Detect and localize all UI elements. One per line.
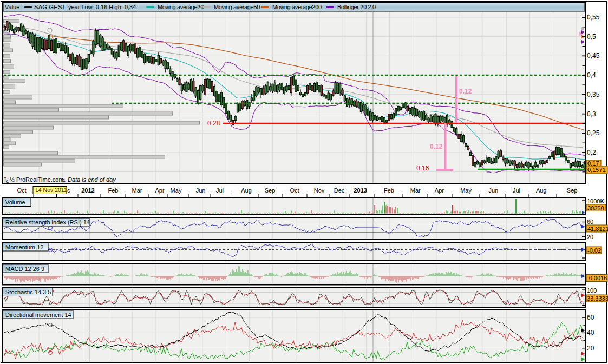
svg-text:May: May — [171, 187, 182, 194]
svg-text:0,2: 0,2 — [587, 149, 596, 156]
svg-text:year Low: 0,16 High: 0,34: year Low: 0,16 High: 0,34 — [68, 4, 136, 10]
svg-text:Jul: Jul — [216, 187, 224, 194]
svg-text:Moving average50: Moving average50 — [214, 4, 260, 10]
svg-text:0.12: 0.12 — [459, 88, 472, 95]
svg-text:20: 20 — [587, 234, 593, 240]
svg-text:Jun: Jun — [196, 187, 206, 194]
svg-text:Oct: Oct — [290, 187, 299, 194]
svg-text:0.16: 0.16 — [416, 164, 429, 172]
svg-text:0.12: 0.12 — [430, 143, 443, 150]
svg-text:1000K: 1000K — [587, 198, 604, 204]
svg-text:Stochastic 14 3 5: Stochastic 14 3 5 — [5, 289, 51, 295]
svg-text:c: c — [67, 187, 70, 194]
svg-text:40: 40 — [587, 329, 594, 336]
svg-text:30250: 30250 — [587, 205, 604, 211]
svg-text:0,45: 0,45 — [587, 52, 600, 59]
svg-text:MACD 12 26 9: MACD 12 26 9 — [5, 266, 44, 272]
svg-text:Oct: Oct — [17, 187, 26, 194]
svg-text:Directional movement 14: Directional movement 14 — [5, 312, 71, 318]
svg-text:SAG GEST: SAG GEST — [34, 4, 66, 10]
svg-text:Bollinger 20 2.0: Bollinger 20 2.0 — [337, 4, 376, 10]
svg-text:Momentum 12: Momentum 12 — [5, 244, 43, 250]
svg-text:Feb: Feb — [108, 187, 119, 194]
svg-text:0,1571: 0,1571 — [587, 167, 606, 173]
svg-text:Aug: Aug — [241, 187, 252, 194]
svg-text:33,3333: 33,3333 — [587, 295, 608, 302]
svg-text:Moving average200: Moving average200 — [272, 4, 322, 10]
svg-text:-0,0016: -0,0016 — [587, 275, 607, 281]
svg-text:41,8121: 41,8121 — [587, 226, 608, 232]
svg-text:14 Nov 2011: 14 Nov 2011 — [35, 187, 67, 193]
svg-text:Feb: Feb — [384, 187, 394, 194]
svg-text:Data is end of day: Data is end of day — [68, 176, 116, 183]
svg-text:0.28: 0.28 — [207, 120, 220, 127]
svg-text:60: 60 — [587, 219, 593, 225]
svg-text:0,35: 0,35 — [587, 91, 600, 98]
svg-text:Apr: Apr — [435, 187, 444, 194]
svg-text:Nov: Nov — [314, 187, 325, 194]
svg-text:Jun: Jun — [488, 187, 498, 194]
svg-text:0,25: 0,25 — [587, 129, 600, 137]
svg-text:Volume: Volume — [5, 199, 25, 206]
svg-text:Dec: Dec — [334, 187, 345, 194]
svg-text:2012: 2012 — [81, 187, 94, 194]
svg-text:20: 20 — [587, 345, 594, 352]
svg-text:Aug: Aug — [536, 187, 547, 194]
svg-text:Value: Value — [5, 4, 19, 10]
svg-text:Jul: Jul — [513, 187, 520, 194]
svg-text:0,55: 0,55 — [587, 14, 600, 21]
svg-text:0,17: 0,17 — [587, 160, 599, 167]
svg-text:2013: 2013 — [354, 187, 367, 194]
svg-text:-0,02: -0,02 — [587, 247, 601, 254]
svg-text:Sep: Sep — [567, 187, 578, 194]
svg-text:Moving average20: Moving average20 — [158, 4, 204, 10]
svg-text:ï¿½ ProRealTime.com: ï¿½ ProRealTime.com — [4, 176, 64, 183]
svg-text:0,5: 0,5 — [587, 33, 596, 41]
svg-text:Sep: Sep — [265, 187, 276, 194]
svg-text:Mar: Mar — [410, 187, 421, 194]
svg-text:Apr: Apr — [155, 187, 164, 194]
svg-text:May: May — [460, 187, 472, 194]
svg-text:0,4: 0,4 — [587, 71, 596, 79]
svg-text:Mar: Mar — [132, 187, 142, 194]
svg-text:60: 60 — [587, 314, 594, 321]
svg-text:100: 100 — [587, 287, 597, 294]
svg-text:0,3: 0,3 — [587, 110, 596, 118]
svg-text:⇅: ⇅ — [61, 177, 66, 183]
svg-text:Relative strength index (RSI): Relative strength index (RSI) 14 — [5, 219, 90, 226]
